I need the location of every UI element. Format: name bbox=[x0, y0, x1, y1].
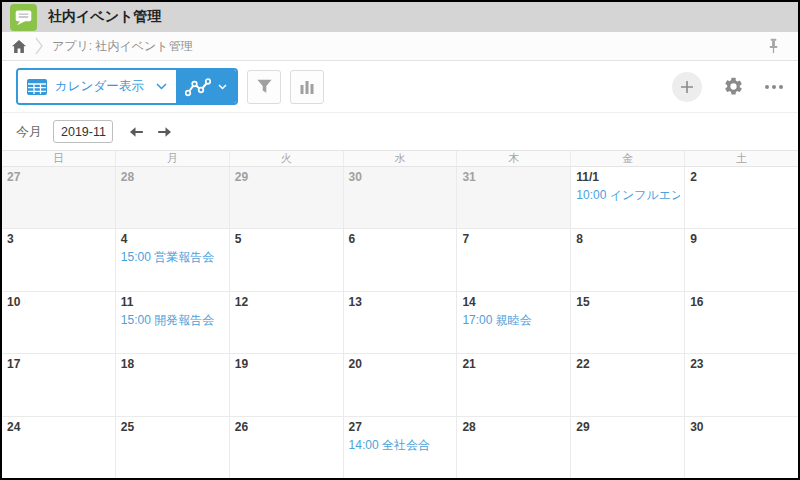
calendar-cell[interactable]: 29 bbox=[571, 417, 685, 478]
view-toolbar: カレンダー表示 bbox=[2, 61, 798, 113]
date-number: 26 bbox=[235, 420, 339, 434]
event-link[interactable]: 14:00 全社会合 bbox=[349, 437, 453, 454]
calendar-cell[interactable]: 27 bbox=[2, 167, 116, 228]
home-icon[interactable] bbox=[12, 40, 26, 53]
calendar-cell[interactable]: 20 bbox=[344, 354, 458, 415]
ellipsis-icon bbox=[765, 85, 783, 89]
calendar-cell[interactable]: 2714:00 全社会合 bbox=[344, 417, 458, 478]
calendar-cell[interactable]: 6 bbox=[344, 229, 458, 290]
calendar-cell[interactable]: 26 bbox=[230, 417, 344, 478]
date-number: 25 bbox=[121, 420, 225, 434]
calendar-cell[interactable]: 12 bbox=[230, 292, 344, 353]
calendar-cell[interactable]: 22 bbox=[571, 354, 685, 415]
table-grid-icon bbox=[27, 79, 47, 95]
pushpin-icon[interactable] bbox=[766, 36, 781, 56]
calendar-cell[interactable]: 29 bbox=[230, 167, 344, 228]
add-record-button[interactable] bbox=[672, 72, 702, 102]
date-number: 3 bbox=[7, 232, 111, 246]
date-number: 22 bbox=[576, 357, 680, 371]
calendar-cell[interactable]: 13 bbox=[344, 292, 458, 353]
calendar-cell[interactable]: 25 bbox=[116, 417, 230, 478]
date-number: 31 bbox=[462, 170, 566, 184]
calendar-cell[interactable]: 30 bbox=[685, 417, 798, 478]
calendar-cell[interactable]: 5 bbox=[230, 229, 344, 290]
settings-button[interactable] bbox=[723, 76, 744, 97]
calendar-cell[interactable]: 8 bbox=[571, 229, 685, 290]
app-window: 社内イベント管理 アプリ: 社内イベント管理 bbox=[0, 0, 800, 480]
scope-label: 今月 bbox=[16, 123, 42, 141]
weekday-label: 金 bbox=[571, 151, 685, 166]
calendar-cell[interactable]: 31 bbox=[457, 167, 571, 228]
event-link[interactable]: 15:00 開発報告会 bbox=[121, 312, 225, 329]
date-number: 18 bbox=[121, 357, 225, 371]
event-link[interactable]: 10:00 インフルエン… bbox=[576, 187, 680, 204]
date-number: 21 bbox=[462, 357, 566, 371]
calendar-cell[interactable]: 10 bbox=[2, 292, 116, 353]
calendar-cell[interactable]: 21 bbox=[457, 354, 571, 415]
weekday-label: 月 bbox=[116, 151, 230, 166]
chart-button[interactable] bbox=[290, 70, 324, 104]
breadcrumb-label: アプリ: 社内イベント管理 bbox=[52, 38, 766, 55]
month-input[interactable] bbox=[53, 120, 113, 143]
calendar-cell[interactable]: 11/110:00 インフルエン… bbox=[571, 167, 685, 228]
calendar-cell[interactable]: 28 bbox=[457, 417, 571, 478]
calendar-cell[interactable]: 2 bbox=[685, 167, 798, 228]
toolbar-right-tools bbox=[672, 72, 783, 102]
date-number: 19 bbox=[235, 357, 339, 371]
next-month-button[interactable] bbox=[158, 126, 173, 138]
date-navigation: 今月 bbox=[2, 113, 798, 150]
date-number: 29 bbox=[576, 420, 680, 434]
weekday-label: 木 bbox=[457, 151, 571, 166]
date-number: 30 bbox=[349, 170, 453, 184]
date-number: 28 bbox=[462, 420, 566, 434]
filter-button[interactable] bbox=[247, 70, 281, 104]
calendar-grid: 272829303111/110:00 インフルエン…23415:00 営業報告… bbox=[2, 167, 798, 478]
funnel-icon bbox=[255, 77, 274, 96]
chevron-down-icon bbox=[156, 83, 167, 90]
weekday-label: 火 bbox=[230, 151, 344, 166]
calendar-cell[interactable]: 1417:00 親睦会 bbox=[457, 292, 571, 353]
date-number: 2 bbox=[690, 170, 794, 184]
calendar-cell[interactable]: 30 bbox=[344, 167, 458, 228]
weekday-header-row: 日月火水木金土 bbox=[2, 150, 798, 167]
calendar-cell[interactable]: 16 bbox=[685, 292, 798, 353]
date-number: 11/1 bbox=[576, 170, 680, 184]
page-title: 社内イベント管理 bbox=[48, 8, 161, 26]
date-number: 9 bbox=[690, 232, 794, 246]
calendar-cell[interactable]: 3 bbox=[2, 229, 116, 290]
chevron-down-icon bbox=[218, 84, 227, 90]
graph-view-button[interactable] bbox=[176, 70, 236, 103]
date-number: 23 bbox=[690, 357, 794, 371]
date-number: 20 bbox=[349, 357, 453, 371]
calendar-cell[interactable]: 24 bbox=[2, 417, 116, 478]
view-selector[interactable]: カレンダー表示 bbox=[18, 70, 176, 103]
date-number: 24 bbox=[7, 420, 111, 434]
gear-icon bbox=[723, 76, 744, 97]
chevron-separator-icon bbox=[35, 37, 43, 55]
prev-month-button[interactable] bbox=[128, 126, 143, 138]
calendar-cell[interactable]: 28 bbox=[116, 167, 230, 228]
calendar-cell[interactable]: 1115:00 開発報告会 bbox=[116, 292, 230, 353]
view-selector-group: カレンダー表示 bbox=[16, 68, 238, 105]
line-graph-icon bbox=[185, 77, 211, 97]
date-number: 27 bbox=[7, 170, 111, 184]
arrow-right-icon bbox=[158, 126, 173, 138]
view-selector-label: カレンダー表示 bbox=[55, 78, 156, 95]
calendar-cell[interactable]: 9 bbox=[685, 229, 798, 290]
calendar-cell[interactable]: 18 bbox=[116, 354, 230, 415]
calendar-cell[interactable]: 19 bbox=[230, 354, 344, 415]
calendar-cell[interactable]: 415:00 営業報告会 bbox=[116, 229, 230, 290]
event-link[interactable]: 15:00 営業報告会 bbox=[121, 249, 225, 266]
calendar-cell[interactable]: 23 bbox=[685, 354, 798, 415]
weekday-label: 日 bbox=[2, 151, 116, 166]
calendar-cell[interactable]: 17 bbox=[2, 354, 116, 415]
date-number: 5 bbox=[235, 232, 339, 246]
calendar-cell[interactable]: 7 bbox=[457, 229, 571, 290]
app-header: 社内イベント管理 bbox=[2, 2, 798, 32]
arrow-left-icon bbox=[128, 126, 143, 138]
event-link[interactable]: 17:00 親睦会 bbox=[462, 312, 566, 329]
date-number: 14 bbox=[462, 295, 566, 309]
calendar-cell[interactable]: 15 bbox=[571, 292, 685, 353]
date-number: 13 bbox=[349, 295, 453, 309]
more-options-button[interactable] bbox=[765, 85, 783, 89]
